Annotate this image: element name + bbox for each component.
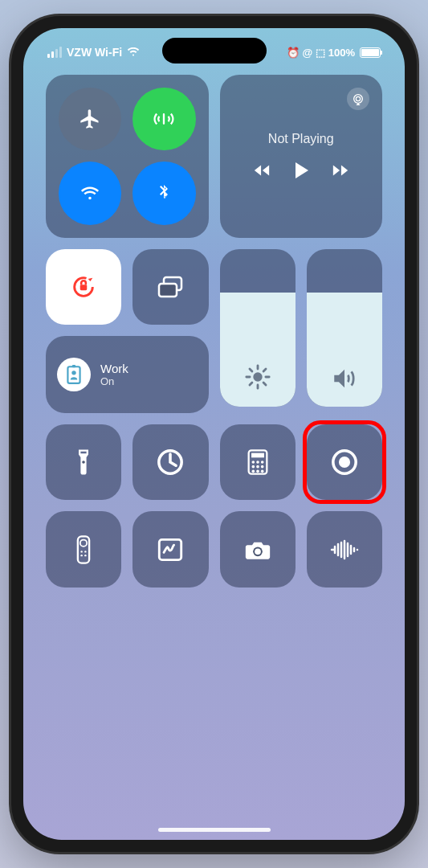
svg-point-17 — [251, 465, 255, 469]
home-indicator[interactable] — [158, 828, 271, 832]
svg-point-29 — [81, 554, 83, 555]
airplay-icon — [352, 92, 365, 105]
status-right: ⏰ @ ⬚ 100% — [287, 47, 381, 59]
svg-point-30 — [84, 554, 86, 555]
svg-point-1 — [356, 96, 360, 100]
wifi-icon — [127, 47, 140, 57]
svg-point-15 — [256, 461, 259, 464]
airplane-icon — [79, 108, 101, 130]
airplane-mode-button[interactable] — [59, 88, 121, 150]
camera-icon — [243, 538, 272, 561]
phone-screen: VZW Wi-Fi ⏰ @ ⬚ 100% — [23, 28, 405, 840]
volume-icon — [331, 366, 358, 391]
svg-rect-7 — [67, 366, 79, 383]
media-controls — [253, 161, 349, 180]
timer-icon — [157, 448, 184, 476]
flashlight-icon — [74, 448, 93, 477]
svg-rect-9 — [72, 365, 75, 367]
orientation-lock-button[interactable] — [46, 249, 121, 325]
bluetooth-icon — [154, 182, 173, 204]
svg-point-24 — [339, 457, 350, 468]
screen-record-button[interactable] — [307, 424, 382, 500]
focus-badge-icon — [57, 358, 91, 391]
calculator-button[interactable] — [220, 424, 296, 500]
orientation-lock-icon — [70, 273, 97, 301]
control-center-grid: Not Playing — [23, 59, 405, 604]
airplay-button[interactable] — [347, 88, 369, 110]
svg-point-18 — [256, 465, 259, 469]
media-tile[interactable]: Not Playing — [220, 75, 383, 238]
svg-rect-3 — [80, 285, 88, 290]
wifi-button[interactable] — [59, 162, 121, 224]
svg-point-6 — [253, 372, 262, 381]
status-left: VZW Wi-Fi — [47, 46, 140, 59]
volume-slider[interactable] — [307, 249, 382, 407]
battery-percent-label: 100% — [328, 47, 355, 59]
connectivity-tile[interactable] — [46, 75, 209, 238]
cellular-data-button[interactable] — [132, 88, 195, 150]
cellular-icon — [153, 108, 175, 130]
svg-point-20 — [251, 470, 255, 473]
signal-strength-icon — [47, 47, 62, 58]
calculator-icon — [247, 448, 269, 476]
svg-point-8 — [71, 371, 75, 375]
voice-memo-button[interactable] — [307, 511, 382, 587]
camera-button[interactable] — [220, 511, 296, 587]
svg-rect-13 — [251, 453, 264, 458]
focus-tile[interactable]: Work On — [46, 336, 209, 413]
svg-point-22 — [260, 470, 263, 473]
freeform-button[interactable] — [132, 511, 208, 587]
carrier-label: VZW Wi-Fi — [67, 46, 122, 59]
dynamic-island — [162, 38, 267, 63]
flashlight-button[interactable] — [46, 424, 121, 500]
brightness-icon — [244, 363, 271, 391]
timer-button[interactable] — [132, 424, 208, 500]
svg-point-16 — [260, 461, 263, 464]
freeform-icon — [157, 538, 183, 562]
svg-point-14 — [251, 461, 255, 464]
screen-mirroring-icon — [156, 274, 185, 300]
bluetooth-button[interactable] — [132, 162, 195, 224]
status-indicators: ⏰ @ ⬚ — [287, 47, 325, 59]
rewind-button[interactable] — [253, 163, 271, 178]
forward-button[interactable] — [332, 163, 349, 178]
svg-point-10 — [82, 461, 85, 464]
wifi-icon — [79, 182, 101, 204]
id-badge-icon — [65, 364, 83, 385]
svg-point-28 — [84, 551, 86, 552]
brightness-slider[interactable] — [220, 249, 296, 407]
screen-record-icon — [331, 448, 358, 476]
svg-point-27 — [81, 551, 83, 552]
focus-title-label: Work — [100, 362, 128, 375]
battery-icon — [360, 47, 381, 58]
svg-point-21 — [256, 470, 259, 473]
svg-point-26 — [80, 539, 87, 546]
screen-mirroring-button[interactable] — [132, 249, 208, 325]
phone-frame: VZW Wi-Fi ⏰ @ ⬚ 100% — [11, 16, 417, 852]
svg-point-0 — [354, 95, 363, 104]
voice-memo-icon — [330, 539, 359, 560]
media-status-label: Not Playing — [268, 132, 334, 146]
remote-icon — [75, 534, 92, 565]
svg-rect-5 — [159, 284, 177, 297]
apple-tv-remote-button[interactable] — [46, 511, 121, 587]
svg-point-33 — [255, 548, 261, 555]
play-button[interactable] — [293, 161, 309, 180]
focus-status-label: On — [100, 375, 128, 387]
svg-point-19 — [260, 465, 263, 469]
